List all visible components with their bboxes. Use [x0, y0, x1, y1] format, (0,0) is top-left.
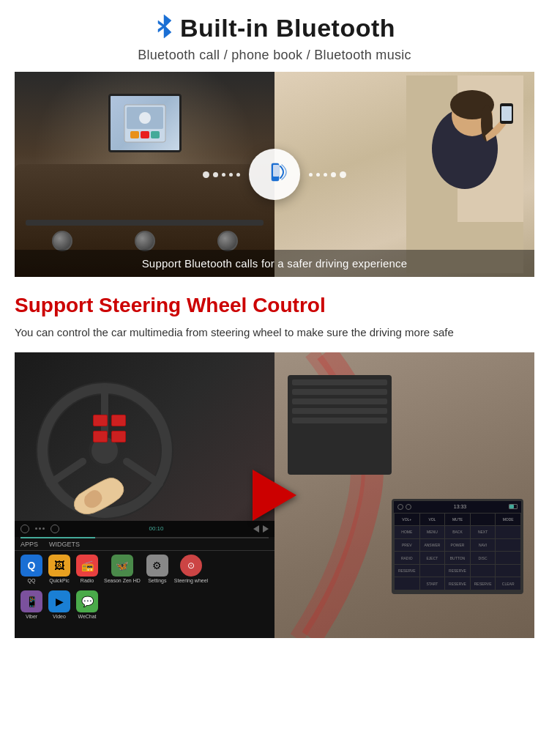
- wheel-btn-4: [111, 431, 126, 442]
- dot-1: [203, 171, 209, 178]
- apps-tab[interactable]: APPS: [20, 541, 38, 548]
- bluetooth-subtitle: Bluetooth call / phone book / Bluetooth …: [15, 48, 534, 63]
- air-vent: [288, 375, 392, 475]
- bt-phone-circle: [249, 149, 300, 200]
- qq-label: QQ: [28, 578, 36, 583]
- steering-title: Support Steering Wheel Coutrol: [15, 293, 534, 318]
- video-icon: ▶: [48, 590, 70, 612]
- svg-rect-5: [151, 131, 160, 138]
- app-radio[interactable]: 📻 Radio: [76, 555, 98, 583]
- dot-2: [213, 172, 218, 177]
- phone-wifi-icon: [261, 159, 288, 190]
- dots-left: [203, 171, 240, 178]
- dot-9: [331, 172, 336, 177]
- app-tabs-row: APPS WIDGETS: [15, 538, 274, 551]
- quickpic-label: QuickPic: [49, 578, 70, 583]
- bluetooth-title-row: Built-in Bluetooth: [15, 13, 534, 43]
- red-arrow-icon: [253, 470, 296, 521]
- steering-wheel-icon: [35, 381, 174, 520]
- app-icons-row-1: Q QQ 🖼 QuickPic 📻 Radio: [15, 551, 274, 587]
- app-steering-wheel[interactable]: ⊙ Steering wheel: [174, 555, 208, 583]
- sw-hand-image: 00:10 APPS WIDGETS: [15, 352, 274, 638]
- dot-6: [309, 173, 313, 177]
- dashboard-controls: [22, 231, 267, 251]
- steering-description: You can control the car multimedia from …: [15, 324, 534, 341]
- bluetooth-section: Built-in Bluetooth Bluetooth call / phon…: [0, 0, 549, 277]
- svg-rect-15: [501, 106, 512, 121]
- mic-icon: [51, 525, 59, 533]
- svg-rect-4: [141, 131, 149, 138]
- dots-right: [309, 171, 346, 178]
- wechat-icon: 💬: [76, 590, 98, 612]
- knob-3: [217, 231, 238, 251]
- radio-icon: 📻: [76, 555, 98, 577]
- bt-phone-overlay: [203, 149, 346, 200]
- svg-line-20: [127, 462, 160, 483]
- svg-rect-6: [273, 165, 279, 177]
- wheel-btn-1: [93, 415, 108, 426]
- android-bottom-bar: 00:10 APPS WIDGETS: [15, 521, 274, 638]
- screen-content: [111, 96, 179, 150]
- app-settings[interactable]: ⚙ Settings: [146, 555, 168, 583]
- media-icons-left: [20, 525, 59, 533]
- svg-line-19: [50, 462, 83, 483]
- arrow-overlay: [253, 470, 296, 521]
- woman-silhouette-icon: [406, 75, 523, 273]
- steering-wheel-app-icon: ⊙: [180, 555, 202, 577]
- radio-label: Radio: [81, 578, 94, 583]
- season-zen-label: Season Zen HD: [104, 578, 141, 583]
- viber-icon: 📱: [20, 590, 42, 612]
- settings-app-icon: ⚙: [146, 555, 168, 577]
- widgets-tab[interactable]: WIDGETS: [49, 541, 80, 548]
- dot-8: [324, 173, 327, 177]
- bluetooth-heading: Built-in Bluetooth: [180, 14, 395, 42]
- steering-wheel-app-label: Steering wheel: [174, 578, 208, 583]
- media-control-bar: 00:10: [15, 521, 274, 537]
- app-video[interactable]: ▶ Video: [48, 590, 70, 619]
- settings-app-label: Settings: [148, 578, 166, 583]
- dot-10: [340, 171, 346, 178]
- steering-wheel-graphic: [35, 381, 174, 523]
- bluetooth-caption: Support Bluetooth calls for a safer driv…: [15, 250, 534, 277]
- bluetooth-symbol-icon: [154, 13, 174, 43]
- app-qq[interactable]: Q QQ: [20, 555, 42, 583]
- dot-5: [236, 173, 240, 177]
- wheel-buttons: [93, 415, 126, 442]
- season-zen-icon: 🦋: [111, 555, 133, 577]
- quickpic-icon: 🖼: [48, 555, 70, 577]
- app-icons-row-2: 📱 Viber ▶ Video 💬 WeChat: [15, 587, 274, 623]
- app-viber[interactable]: 📱 Viber: [20, 590, 42, 619]
- forward-icon: [263, 525, 269, 533]
- knob-2: [135, 231, 155, 251]
- app-wechat[interactable]: 💬 WeChat: [76, 590, 98, 619]
- btn-row: [26, 220, 264, 226]
- screen-ui-icon: [123, 103, 167, 144]
- media-duration: 00:10: [149, 525, 163, 532]
- sw-car-stereo-image: 13:33 VOL+ VOL MUTE MODE HOME MENU: [274, 352, 534, 638]
- app-season-zen[interactable]: 🦋 Season Zen HD: [104, 555, 141, 583]
- svg-rect-3: [130, 131, 139, 138]
- wechat-label: WeChat: [78, 614, 96, 619]
- knob-1: [52, 231, 72, 251]
- dot-3: [222, 173, 225, 177]
- viber-label: Viber: [26, 614, 37, 619]
- qq-icon: Q: [20, 555, 42, 577]
- svg-point-7: [275, 177, 277, 179]
- car-head-unit-screen: [108, 94, 182, 152]
- wheel-btn-2: [111, 415, 126, 426]
- wheel-btn-3: [93, 431, 108, 442]
- rewind-icon: [253, 525, 259, 533]
- steering-image-area: 00:10 APPS WIDGETS: [15, 352, 534, 638]
- svg-point-2: [139, 112, 151, 124]
- nav-btn-1: [20, 525, 29, 533]
- app-quickpic[interactable]: 🖼 QuickPic: [48, 555, 70, 583]
- dot-4: [229, 173, 233, 177]
- dot-7: [316, 173, 320, 177]
- nav-dots: [35, 527, 45, 530]
- steering-wheel-section: Support Steering Wheel Coutrol You can c…: [0, 277, 549, 638]
- bluetooth-image-area: Support Bluetooth calls for a safer driv…: [15, 72, 534, 277]
- video-label: Video: [53, 614, 66, 619]
- media-controls-right: [253, 525, 269, 533]
